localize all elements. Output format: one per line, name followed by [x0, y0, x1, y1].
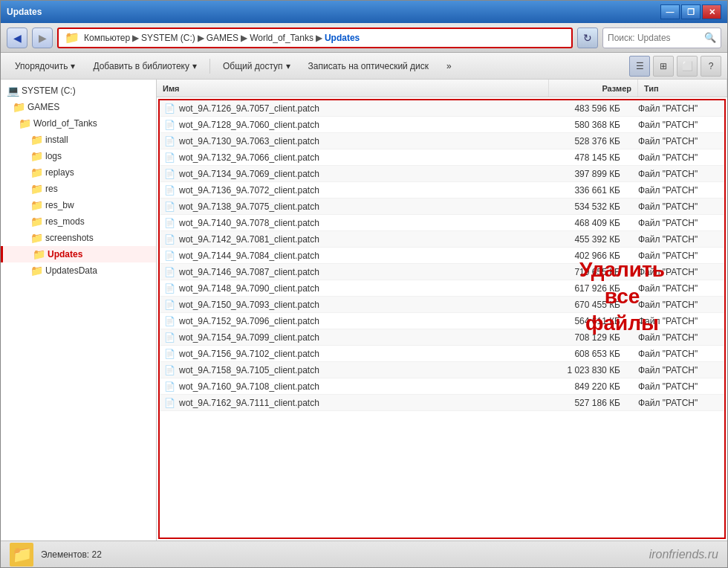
column-type-header[interactable]: Тип [638, 80, 727, 97]
table-row[interactable]: 📄wot_9A.7132_9A.7066_client.patch478 145… [160, 149, 724, 166]
sidebar-label-replays: replays [45, 167, 74, 178]
sidebar-label-res: res [45, 184, 58, 194]
file-list: Удалить все файлы 📄wot_9A.7126_9A.7057_c… [158, 99, 726, 539]
sidebar-item-screenshots[interactable]: 📁 screenshots [1, 230, 156, 246]
file-patch-icon: 📄 [163, 118, 176, 132]
file-patch-icon: 📄 [163, 233, 176, 246]
file-size: 527 186 КБ [543, 398, 632, 408]
breadcrumb-updates[interactable]: Updates [325, 33, 360, 43]
file-patch-icon: 📄 [163, 347, 176, 361]
minimize-button[interactable]: — [660, 4, 680, 19]
table-row[interactable]: 📄wot_9A.7140_9A.7078_client.patch468 409… [160, 215, 724, 231]
view-details-button[interactable]: ☰ [629, 56, 650, 77]
sidebar-item-world-of-tanks[interactable]: 📁 World_of_Tanks [1, 115, 156, 132]
view-icons-button[interactable]: ⊞ [653, 56, 674, 77]
breadcrumb[interactable]: 📁 Компьютер ▶ SYSTEM (C:) ▶ GAMES ▶ Worl… [57, 28, 573, 48]
table-row[interactable]: 📄wot_9A.7154_9A.7099_client.patch708 129… [160, 329, 724, 346]
breadcrumb-path: Компьютер ▶ SYSTEM (C:) ▶ GAMES ▶ World_… [84, 33, 360, 43]
organize-button[interactable]: Упорядочить ▾ [7, 56, 83, 77]
sidebar-item-games[interactable]: 📁 GAMES [1, 99, 156, 115]
sidebar-item-updates[interactable]: 📁 Updates [1, 246, 156, 262]
sidebar-item-res-mods[interactable]: 📁 res_mods [1, 213, 156, 230]
table-row[interactable]: 📄wot_9A.7136_9A.7072_client.patch336 661… [160, 182, 724, 199]
file-type: Файл "PATCH" [632, 300, 721, 310]
sidebar-item-res[interactable]: 📁 res [1, 181, 156, 197]
sidebar-item-res-bw[interactable]: 📁 res_bw [1, 197, 156, 213]
file-name: wot_9A.7142_9A.7081_client.patch [179, 234, 543, 245]
sidebar-item-install[interactable]: 📁 install [1, 132, 156, 148]
table-row[interactable]: 📄wot_9A.7160_9A.7108_client.patch849 220… [160, 378, 724, 395]
add-library-button[interactable]: Добавить в библиотеку ▾ [85, 56, 205, 77]
file-type: Файл "PATCH" [632, 283, 721, 294]
breadcrumb-computer[interactable]: Компьютер [84, 33, 130, 43]
sidebar-label-updates-data: UpdatesData [45, 265, 97, 276]
table-row[interactable]: 📄wot_9A.7146_9A.7087_client.patch719 655… [160, 264, 724, 280]
search-icon[interactable]: 🔍 [704, 32, 716, 43]
share-button[interactable]: Общий доступ ▾ [215, 56, 299, 77]
sidebar-item-replays[interactable]: 📁 replays [1, 164, 156, 181]
table-row[interactable]: 📄wot_9A.7152_9A.7096_client.patch564 611… [160, 313, 724, 329]
table-row[interactable]: 📄wot_9A.7162_9A.7111_client.patch527 186… [160, 395, 724, 411]
sidebar-item-updates-data[interactable]: 📁 UpdatesData [1, 262, 156, 279]
file-name: wot_9A.7128_9A.7060_client.patch [179, 120, 543, 130]
refresh-button[interactable]: ↻ [577, 28, 598, 48]
install-folder-icon: 📁 [30, 134, 42, 146]
search-input[interactable] [608, 33, 701, 43]
breadcrumb-wot[interactable]: World_of_Tanks [250, 33, 313, 43]
file-type: Файл "PATCH" [632, 316, 721, 326]
address-bar: ◀ ▶ 📁 Компьютер ▶ SYSTEM (C:) ▶ GAMES ▶ … [1, 23, 727, 53]
file-name: wot_9A.7126_9A.7057_client.patch [179, 103, 543, 114]
file-size: 455 392 КБ [543, 234, 632, 245]
breadcrumb-drive[interactable]: SYSTEM (C:) [141, 33, 195, 43]
file-type: Файл "PATCH" [632, 251, 721, 261]
help-button[interactable]: ? [701, 56, 721, 77]
back-button[interactable]: ◀ [7, 28, 27, 48]
close-button[interactable]: ✕ [702, 4, 721, 19]
file-type: Файл "PATCH" [632, 169, 721, 179]
file-patch-icon: 📄 [163, 200, 176, 213]
column-name-header[interactable]: Имя [157, 80, 549, 97]
file-type: Файл "PATCH" [632, 332, 721, 343]
status-folder-icon: 📁 [10, 543, 33, 567]
res-mods-folder-icon: 📁 [30, 216, 42, 227]
table-row[interactable]: 📄wot_9A.7138_9A.7075_client.patch534 532… [160, 199, 724, 215]
file-name: wot_9A.7158_9A.7105_client.patch [179, 365, 543, 375]
file-size: 580 368 КБ [543, 120, 632, 130]
column-size-header[interactable]: Размер [549, 80, 638, 97]
games-folder-icon: 📁 [13, 101, 25, 113]
sidebar-label-updates: Updates [48, 249, 82, 259]
sidebar-item-logs[interactable]: 📁 logs [1, 148, 156, 164]
window: Updates — ❐ ✕ ◀ ▶ 📁 Компьютер ▶ SYSTEM (… [0, 0, 728, 568]
file-size: 528 376 КБ [543, 136, 632, 146]
table-row[interactable]: 📄wot_9A.7130_9A.7063_client.patch528 376… [160, 133, 724, 149]
table-row[interactable]: 📄wot_9A.7148_9A.7090_client.patch617 926… [160, 280, 724, 297]
file-name: wot_9A.7138_9A.7075_client.patch [179, 201, 543, 212]
table-row[interactable]: 📄wot_9A.7144_9A.7084_client.patch402 966… [160, 248, 724, 264]
file-size: 468 409 КБ [543, 218, 632, 228]
file-patch-icon: 📄 [163, 135, 176, 148]
file-patch-icon: 📄 [163, 265, 176, 279]
more-button[interactable]: » [438, 56, 460, 77]
file-type: Файл "PATCH" [632, 201, 721, 212]
file-name: wot_9A.7140_9A.7078_client.patch [179, 218, 543, 228]
table-row[interactable]: 📄wot_9A.7150_9A.7093_client.patch670 455… [160, 297, 724, 313]
restore-button[interactable]: ❐ [681, 4, 701, 19]
file-name: wot_9A.7134_9A.7069_client.patch [179, 169, 543, 179]
file-size: 608 653 КБ [543, 349, 632, 359]
table-row[interactable]: 📄wot_9A.7126_9A.7057_client.patch483 596… [160, 100, 724, 117]
sidebar-item-system-c[interactable]: 💻 SYSTEM (C:) [1, 83, 156, 99]
file-patch-icon: 📄 [163, 331, 176, 344]
file-name: wot_9A.7160_9A.7108_client.patch [179, 381, 543, 392]
file-size: 708 129 КБ [543, 332, 632, 343]
breadcrumb-games[interactable]: GAMES [207, 33, 238, 43]
table-row[interactable]: 📄wot_9A.7142_9A.7081_client.patch455 392… [160, 231, 724, 248]
view-large-icons-button[interactable]: ⬜ [677, 56, 698, 77]
burn-button[interactable]: Записать на оптический диск [300, 56, 438, 77]
table-row[interactable]: 📄wot_9A.7158_9A.7105_client.patch1 023 8… [160, 362, 724, 378]
forward-button[interactable]: ▶ [32, 28, 53, 48]
replays-folder-icon: 📁 [30, 167, 42, 178]
table-row[interactable]: 📄wot_9A.7156_9A.7102_client.patch608 653… [160, 346, 724, 362]
table-row[interactable]: 📄wot_9A.7134_9A.7069_client.patch397 899… [160, 166, 724, 182]
search-box[interactable]: 🔍 [602, 28, 721, 48]
table-row[interactable]: 📄wot_9A.7128_9A.7060_client.patch580 368… [160, 117, 724, 133]
